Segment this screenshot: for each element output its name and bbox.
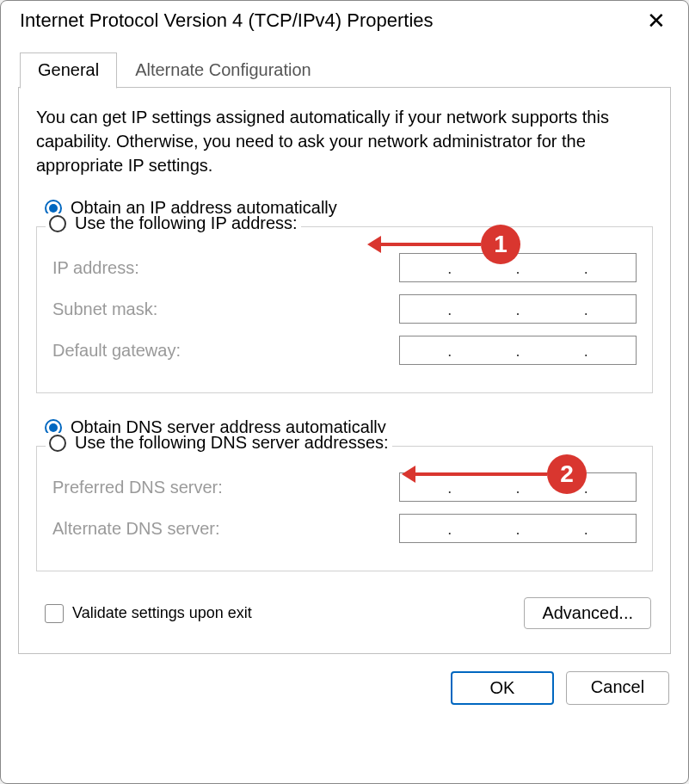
checkbox-icon — [45, 604, 64, 623]
ip-address-label: IP address: — [52, 258, 139, 278]
default-gateway-label: Default gateway: — [52, 341, 181, 361]
ip-address-input[interactable]: ... — [399, 253, 637, 282]
tab-general[interactable]: General — [20, 52, 117, 89]
validate-label: Validate settings upon exit — [72, 604, 252, 622]
subnet-mask-label: Subnet mask: — [52, 299, 157, 319]
alternate-dns-label: Alternate DNS server: — [52, 519, 220, 539]
properties-dialog: Internet Protocol Version 4 (TCP/IPv4) P… — [0, 0, 689, 784]
radio-icon — [49, 215, 66, 232]
advanced-button[interactable]: Advanced... — [524, 597, 651, 629]
footer-buttons: OK Cancel — [1, 654, 688, 722]
cancel-button[interactable]: Cancel — [566, 671, 669, 705]
titlebar: Internet Protocol Version 4 (TCP/IPv4) P… — [1, 1, 688, 37]
preferred-dns-label: Preferred DNS server: — [52, 478, 223, 497]
radio-icon — [49, 435, 66, 452]
subnet-mask-input[interactable]: ... — [399, 294, 637, 324]
description-text: You can get IP settings assigned automat… — [36, 105, 653, 177]
window-title: Internet Protocol Version 4 (TCP/IPv4) P… — [20, 9, 434, 32]
radio-dns-manual-label: Use the following DNS server addresses: — [75, 433, 389, 453]
tab-strip: General Alternate Configuration — [20, 52, 688, 88]
radio-ip-manual-label: Use the following IP address: — [75, 213, 298, 233]
close-icon[interactable]: ✕ — [640, 9, 673, 32]
dns-manual-group: Use the following DNS server addresses: … — [36, 446, 653, 571]
alternate-dns-input[interactable]: ... — [399, 514, 637, 543]
validate-checkbox-row[interactable]: Validate settings upon exit — [45, 604, 252, 623]
ip-manual-group: Use the following IP address: IP address… — [36, 226, 653, 393]
ok-button[interactable]: OK — [451, 671, 554, 705]
default-gateway-input[interactable]: ... — [399, 336, 637, 365]
radio-dns-manual[interactable]: Use the following DNS server addresses: — [46, 433, 392, 453]
preferred-dns-input[interactable]: ... — [399, 472, 637, 502]
tab-content: You can get IP settings assigned automat… — [18, 87, 671, 654]
radio-ip-manual[interactable]: Use the following IP address: — [46, 213, 301, 233]
tab-alternate[interactable]: Alternate Configuration — [117, 52, 329, 88]
